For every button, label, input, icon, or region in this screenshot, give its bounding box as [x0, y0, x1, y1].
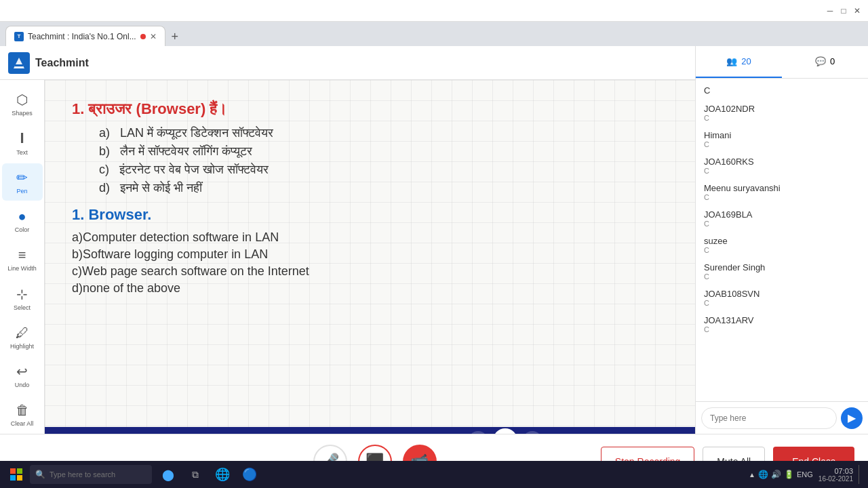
- tool-highlight[interactable]: 🖊 Highlight: [2, 319, 43, 356]
- language-indicator[interactable]: ENG: [797, 470, 813, 479]
- windows-logo-icon: [10, 468, 22, 481]
- taskbar-search-box[interactable]: 🔍: [30, 465, 152, 484]
- taskbar-time: 07:03: [818, 467, 853, 475]
- clear-all-icon: 🗑: [16, 403, 29, 418]
- list-item: suzee C: [696, 232, 868, 258]
- tray-battery-icon: 🔋: [784, 470, 794, 479]
- right-panel: 👥 20 💬 0 C JOA102NDR C Himani C JOA160RK…: [695, 46, 868, 434]
- taskbar-system-tray: ▲ 🌐 🔊 🔋 ENG 07:03 16-02-2021: [749, 465, 863, 484]
- highlight-label: Highlight: [10, 343, 34, 350]
- taskbar-search-icon: 🔍: [35, 470, 45, 479]
- participants-list: C JOA102NDR C Himani C JOA160RKS C Meenu…: [696, 79, 868, 401]
- participants-count: 20: [741, 56, 751, 66]
- svg-rect-6: [17, 475, 22, 481]
- tool-undo[interactable]: ↩ Undo: [2, 357, 43, 394]
- taskbar-date: 16-02-2021: [818, 475, 853, 483]
- tab-recording-dot: [140, 34, 146, 39]
- option-english-b: b)Software logging computer in LAN: [72, 247, 668, 262]
- pen-label: Pen: [16, 188, 27, 195]
- option-english-c: c)Web page search software on the Intern…: [72, 264, 668, 279]
- taskbar-chrome-icon[interactable]: 🔵: [239, 465, 260, 484]
- show-desktop-button[interactable]: [859, 465, 863, 484]
- logo-text: Teachmint: [35, 57, 89, 69]
- list-item: JOA169BLA C: [696, 205, 868, 232]
- tool-pen[interactable]: ✏ Pen: [2, 163, 43, 201]
- participants-tab[interactable]: 👥 20: [696, 46, 782, 78]
- svg-rect-5: [10, 475, 16, 481]
- svg-rect-3: [10, 468, 16, 474]
- options-english: a)Computer detection software in LAN b)S…: [72, 230, 668, 296]
- tool-line-width[interactable]: ≡ Line Width: [2, 241, 43, 278]
- tray-up-arrow[interactable]: ▲: [749, 471, 755, 479]
- title-bar: ─ □ ✕: [0, 0, 868, 22]
- participants-icon: 👥: [726, 56, 737, 66]
- shapes-icon: ⬡: [16, 92, 28, 108]
- taskbar-task-view-icon[interactable]: ⧉: [184, 465, 206, 484]
- list-item: Meenu suryavanshi C: [696, 179, 868, 205]
- question-english: 1. Browser.: [72, 206, 668, 224]
- tab-close-icon[interactable]: ✕: [150, 32, 157, 41]
- tab-favicon: T: [14, 32, 24, 41]
- list-item: JOAB108SVN C: [696, 285, 868, 311]
- line-width-icon: ≡: [18, 247, 26, 263]
- minimize-button[interactable]: ─: [825, 5, 835, 16]
- option-hindi-b: b) लैन में सॉफ्टवेयर लॉगिंग कंप्यूटर: [99, 144, 668, 159]
- taskbar-edge-icon[interactable]: 🌐: [212, 465, 233, 484]
- color-icon: ●: [18, 209, 26, 224]
- panel-header: 👥 20 💬 0: [696, 46, 868, 79]
- send-message-button[interactable]: ▶: [841, 407, 863, 429]
- slide-content: 1. ब्राउजर (Browser) हैं। a) LAN में कंप…: [45, 80, 695, 319]
- option-hindi-d: d) इनमे से कोई भी नहीं: [99, 181, 668, 195]
- browser-chrome: ─ □ ✕ T Teachmint : India's No.1 Onl... …: [0, 0, 868, 46]
- browser-tab[interactable]: T Teachmint : India's No.1 Onl... ✕: [5, 26, 165, 46]
- option-english-a: a)Computer detection software in LAN: [72, 230, 668, 245]
- taskbar-clock: 07:03 16-02-2021: [818, 467, 853, 483]
- question-hindi: 1. ब्राउजर (Browser) हैं।: [72, 100, 668, 118]
- taskbar-search-input[interactable]: [50, 470, 144, 479]
- chat-tab[interactable]: 💬 0: [782, 46, 868, 78]
- slide-area: 1. ब्राउजर (Browser) हैं। a) LAN में कंप…: [45, 80, 695, 434]
- clear-all-label: Clear All: [11, 420, 34, 427]
- chat-input-area: ▶: [696, 401, 868, 434]
- option-hindi-a: a) LAN में कंप्यूटर डिटेक्शन सॉफ्टवेयर: [99, 126, 668, 140]
- list-item: Surender Singh C: [696, 258, 868, 285]
- taskbar-cortana-icon[interactable]: ⬤: [157, 465, 179, 484]
- line-width-label: Line Width: [7, 265, 37, 272]
- close-button[interactable]: ✕: [852, 5, 863, 16]
- tool-select[interactable]: ⊹ Select: [2, 280, 43, 317]
- svg-rect-4: [17, 468, 22, 474]
- undo-label: Undo: [15, 382, 30, 388]
- left-toolbar: ⬡ Shapes I Text ✏ Pen ● Color ≡ Line Wid…: [0, 80, 45, 434]
- pen-icon: ✏: [16, 169, 28, 186]
- maximize-button[interactable]: □: [838, 5, 849, 16]
- text-label: Text: [16, 149, 28, 156]
- option-hindi-c: c) इंटरनेट पर वेब पेज खोज सॉफ्टवेयर: [99, 163, 668, 177]
- tool-shapes[interactable]: ⬡ Shapes: [2, 85, 43, 123]
- teachmint-logo-icon: [8, 52, 30, 74]
- list-item: JOA160RKS C: [696, 152, 868, 179]
- list-item: Himani C: [696, 126, 868, 152]
- taskbar-pinned-apps: ⬤ ⧉ 🌐 🔵: [157, 465, 260, 484]
- list-item: C: [696, 81, 868, 100]
- chat-input[interactable]: [701, 407, 837, 429]
- title-bar-controls: ─ □ ✕: [825, 5, 863, 16]
- option-english-d: d)none of the above: [72, 281, 668, 296]
- new-tab-button[interactable]: +: [165, 27, 184, 46]
- tray-icons: ▲ 🌐 🔊 🔋 ENG: [749, 470, 813, 479]
- text-icon: I: [20, 129, 24, 147]
- list-item: JOA131ARV C: [696, 311, 868, 338]
- highlight-icon: 🖊: [16, 325, 29, 341]
- list-item: JOA102NDR C: [696, 100, 868, 126]
- windows-taskbar: 🔍 ⬤ ⧉ 🌐 🔵 ▲ 🌐 🔊 🔋 ENG 07:03 16-02-2021: [0, 461, 868, 488]
- tool-text[interactable]: I Text: [2, 124, 43, 161]
- options-hindi: a) LAN में कंप्यूटर डिटेक्शन सॉफ्टवेयर b…: [72, 126, 668, 195]
- shapes-label: Shapes: [12, 110, 33, 117]
- tool-color[interactable]: ● Color: [2, 202, 43, 239]
- chat-icon: 💬: [815, 56, 826, 66]
- start-button[interactable]: [5, 465, 27, 484]
- color-label: Color: [15, 226, 30, 233]
- tray-volume-icon[interactable]: 🔊: [771, 470, 781, 479]
- select-icon: ⊹: [16, 286, 28, 302]
- tab-title: Teachmint : India's No.1 Onl...: [28, 32, 136, 41]
- tool-clear-all[interactable]: 🗑 Clear All: [2, 396, 43, 434]
